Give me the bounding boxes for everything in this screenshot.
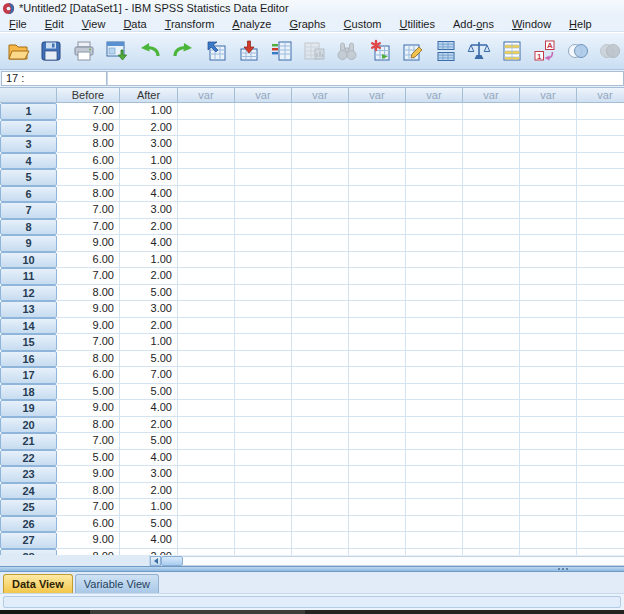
- cell-var7-12[interactable]: [520, 285, 577, 302]
- cell-before-9[interactable]: 9.00: [57, 235, 120, 252]
- cell-var7-24[interactable]: [520, 483, 577, 500]
- cell-var7-22[interactable]: [520, 450, 577, 467]
- scroll-left-button[interactable]: [150, 556, 161, 566]
- cell-after-18[interactable]: 5.00: [120, 384, 178, 401]
- cell-var5-22[interactable]: [406, 450, 463, 467]
- cell-after-15[interactable]: 1.00: [120, 334, 178, 351]
- cell-var1-20[interactable]: [178, 417, 235, 434]
- cell-var6-26[interactable]: [463, 516, 520, 533]
- undo-button[interactable]: [137, 37, 164, 65]
- cell-var8-28[interactable]: [577, 549, 624, 556]
- cell-var7-7[interactable]: [520, 202, 577, 219]
- cell-before-14[interactable]: 9.00: [57, 318, 120, 335]
- cell-var5-4[interactable]: [406, 153, 463, 170]
- cell-editor-field[interactable]: [107, 71, 624, 86]
- cell-after-9[interactable]: 4.00: [120, 235, 178, 252]
- cell-var6-20[interactable]: [463, 417, 520, 434]
- cell-before-5[interactable]: 5.00: [57, 169, 120, 186]
- cell-var4-16[interactable]: [349, 351, 406, 368]
- menu-item-help[interactable]: Help: [560, 18, 601, 30]
- cell-var8-2[interactable]: [577, 120, 624, 137]
- cell-var6-23[interactable]: [463, 466, 520, 483]
- row-header-21[interactable]: 21: [0, 433, 57, 450]
- cell-var2-20[interactable]: [235, 417, 292, 434]
- cell-var1-25[interactable]: [178, 499, 235, 516]
- cell-var2-18[interactable]: [235, 384, 292, 401]
- cell-var7-9[interactable]: [520, 235, 577, 252]
- cell-var2-17[interactable]: [235, 367, 292, 384]
- cell-var7-21[interactable]: [520, 433, 577, 450]
- cell-var5-3[interactable]: [406, 136, 463, 153]
- row-header-9[interactable]: 9: [0, 235, 57, 252]
- row-header-5[interactable]: 5: [0, 169, 57, 186]
- cell-var3-11[interactable]: [292, 268, 349, 285]
- pane-splitter[interactable]: [0, 566, 624, 572]
- cell-after-24[interactable]: 2.00: [120, 483, 178, 500]
- cell-var5-14[interactable]: [406, 318, 463, 335]
- goto-case-button[interactable]: [202, 37, 229, 65]
- cell-after-13[interactable]: 3.00: [120, 301, 178, 318]
- cell-before-20[interactable]: 8.00: [57, 417, 120, 434]
- cell-var5-28[interactable]: [406, 549, 463, 556]
- cell-var2-6[interactable]: [235, 186, 292, 203]
- cell-var6-4[interactable]: [463, 153, 520, 170]
- cell-var4-11[interactable]: [349, 268, 406, 285]
- column-header-var-6[interactable]: var: [463, 87, 520, 103]
- row-header-14[interactable]: 14: [0, 318, 57, 335]
- cell-var4-1[interactable]: [349, 103, 406, 120]
- column-header-var-8[interactable]: var: [577, 87, 624, 103]
- cell-var4-7[interactable]: [349, 202, 406, 219]
- cell-var4-24[interactable]: [349, 483, 406, 500]
- cell-var8-24[interactable]: [577, 483, 624, 500]
- cell-var4-23[interactable]: [349, 466, 406, 483]
- row-header-6[interactable]: 6: [0, 186, 57, 203]
- cell-var1-4[interactable]: [178, 153, 235, 170]
- cell-var1-16[interactable]: [178, 351, 235, 368]
- cell-var6-22[interactable]: [463, 450, 520, 467]
- cell-var5-1[interactable]: [406, 103, 463, 120]
- cell-var3-27[interactable]: [292, 532, 349, 549]
- row-header-3[interactable]: 3: [0, 136, 57, 153]
- cell-var5-27[interactable]: [406, 532, 463, 549]
- cell-var1-14[interactable]: [178, 318, 235, 335]
- cell-var3-9[interactable]: [292, 235, 349, 252]
- cell-var8-3[interactable]: [577, 136, 624, 153]
- cell-var8-4[interactable]: [577, 153, 624, 170]
- cell-var3-7[interactable]: [292, 202, 349, 219]
- column-header-var-1[interactable]: var: [178, 87, 235, 103]
- cell-var3-2[interactable]: [292, 120, 349, 137]
- cell-var8-10[interactable]: [577, 252, 624, 269]
- cell-var8-12[interactable]: [577, 285, 624, 302]
- cell-before-7[interactable]: 7.00: [57, 202, 120, 219]
- cell-var2-15[interactable]: [235, 334, 292, 351]
- horizontal-scrollbar-track[interactable]: [183, 556, 624, 566]
- cell-var1-23[interactable]: [178, 466, 235, 483]
- menu-item-graphs[interactable]: Graphs: [280, 18, 334, 30]
- cell-var4-20[interactable]: [349, 417, 406, 434]
- cell-var4-27[interactable]: [349, 532, 406, 549]
- cell-var1-21[interactable]: [178, 433, 235, 450]
- cell-var2-26[interactable]: [235, 516, 292, 533]
- cell-var1-6[interactable]: [178, 186, 235, 203]
- cell-var4-2[interactable]: [349, 120, 406, 137]
- cell-var5-18[interactable]: [406, 384, 463, 401]
- cell-before-12[interactable]: 8.00: [57, 285, 120, 302]
- redo-button[interactable]: [169, 37, 196, 65]
- cell-var2-8[interactable]: [235, 219, 292, 236]
- cell-after-8[interactable]: 2.00: [120, 219, 178, 236]
- cell-var6-2[interactable]: [463, 120, 520, 137]
- cell-var1-22[interactable]: [178, 450, 235, 467]
- row-header-8[interactable]: 8: [0, 219, 57, 236]
- cell-var6-1[interactable]: [463, 103, 520, 120]
- cell-var5-10[interactable]: [406, 252, 463, 269]
- cell-var6-11[interactable]: [463, 268, 520, 285]
- cell-var4-22[interactable]: [349, 450, 406, 467]
- cell-var5-11[interactable]: [406, 268, 463, 285]
- cell-var4-6[interactable]: [349, 186, 406, 203]
- menu-item-analyze[interactable]: Analyze: [223, 18, 280, 30]
- cell-var1-9[interactable]: [178, 235, 235, 252]
- cell-var2-21[interactable]: [235, 433, 292, 450]
- cell-var6-9[interactable]: [463, 235, 520, 252]
- cell-var7-11[interactable]: [520, 268, 577, 285]
- row-header-24[interactable]: 24: [0, 483, 57, 500]
